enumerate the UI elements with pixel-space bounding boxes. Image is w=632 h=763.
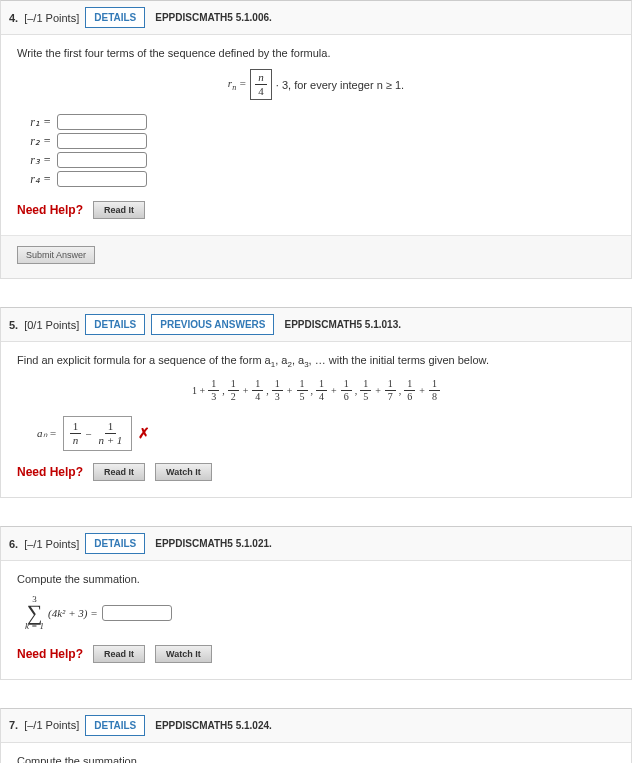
answer-label: r₄ = [17,172,51,187]
question-6-block: 6. [–/1 Points] DETAILS EPPDISCMATH5 5.1… [0,526,632,680]
wrong-icon: ✗ [138,425,150,442]
question-body: Write the first four terms of the sequen… [1,35,631,235]
summation-formula: 3 ∑ k = 1 (4k² + 3) = [25,595,615,631]
question-prompt: Find an explicit formula for a sequence … [17,354,615,369]
details-button[interactable]: DETAILS [85,533,145,554]
question-ref: EPPDISCMATH5 5.1.013. [284,319,401,330]
watch-it-button[interactable]: Watch It [155,463,212,481]
watch-it-button[interactable]: Watch It [155,645,212,663]
question-number: 7. [9,719,18,731]
answer-label: r₃ = [17,153,51,168]
answer-input-r1[interactable] [57,114,147,130]
answer-label: r₂ = [17,134,51,149]
question-prompt: Compute the summation. [17,573,615,585]
question-prompt: Write the first four terms of the sequen… [17,47,615,59]
need-help-label: Need Help? [17,203,83,217]
answer-row: r₃ = [17,152,615,168]
question-points: [0/1 Points] [24,319,79,331]
answer-input[interactable] [102,605,172,621]
answer-rows: r₁ = r₂ = r₃ = r₄ = [17,114,615,187]
question-prompt: Compute the summation. [17,755,615,763]
answer-row: r₁ = [17,114,615,130]
need-help-label: Need Help? [17,465,83,479]
question-header: 4. [–/1 Points] DETAILS EPPDISCMATH5 5.1… [1,1,631,35]
details-button[interactable]: DETAILS [85,7,145,28]
need-help-row: Need Help? Read It Watch It [17,463,615,481]
answer-input-r3[interactable] [57,152,147,168]
details-button[interactable]: DETAILS [85,715,145,736]
question-points: [–/1 Points] [24,12,79,24]
answer-row: r₄ = [17,171,615,187]
read-it-button[interactable]: Read It [93,201,145,219]
need-help-row: Need Help? Read It [17,201,615,219]
question-points: [–/1 Points] [24,538,79,550]
question-number: 4. [9,12,18,24]
need-help-row: Need Help? Read It Watch It [17,645,615,663]
answer-input-r4[interactable] [57,171,147,187]
previous-answers-button[interactable]: PREVIOUS ANSWERS [151,314,274,335]
submit-row: Submit Answer [1,235,631,278]
details-button[interactable]: DETAILS [85,314,145,335]
submit-answer-button[interactable]: Submit Answer [17,246,95,264]
answer-row: r₂ = [17,133,615,149]
read-it-button[interactable]: Read It [93,645,145,663]
series-formula: 1 + 13, 12+ 14, 13+ 15, 14+ 16, 15+ 17, … [17,379,615,402]
question-header: 5. [0/1 Points] DETAILS PREVIOUS ANSWERS… [1,308,631,342]
question-ref: EPPDISCMATH5 5.1.021. [155,538,272,549]
question-4-block: 4. [–/1 Points] DETAILS EPPDISCMATH5 5.1… [0,0,632,279]
question-ref: EPPDISCMATH5 5.1.006. [155,12,272,23]
answer-input-r2[interactable] [57,133,147,149]
question-5-block: 5. [0/1 Points] DETAILS PREVIOUS ANSWERS… [0,307,632,498]
read-it-button[interactable]: Read It [93,463,145,481]
question-body: Find an explicit formula for a sequence … [1,342,631,497]
question-header: 6. [–/1 Points] DETAILS EPPDISCMATH5 5.1… [1,527,631,561]
answer-label: r₁ = [17,115,51,130]
question-ref: EPPDISCMATH5 5.1.024. [155,720,272,731]
question-points: [–/1 Points] [24,719,79,731]
question-body: Compute the summation. 0 ∑ j = 0 (j − 2)… [1,743,631,763]
question-number: 6. [9,538,18,550]
question-body: Compute the summation. 3 ∑ k = 1 (4k² + … [1,561,631,679]
need-help-label: Need Help? [17,647,83,661]
sigma-icon: ∑ [27,604,43,622]
student-answer: aₙ = 1n − 1n + 1 ✗ [37,416,615,451]
question-7-block: 7. [–/1 Points] DETAILS EPPDISCMATH5 5.1… [0,708,632,763]
question-number: 5. [9,319,18,331]
question-header: 7. [–/1 Points] DETAILS EPPDISCMATH5 5.1… [1,709,631,743]
formula-definition: rn = n4 · 3, for every integer n ≥ 1. [17,69,615,100]
